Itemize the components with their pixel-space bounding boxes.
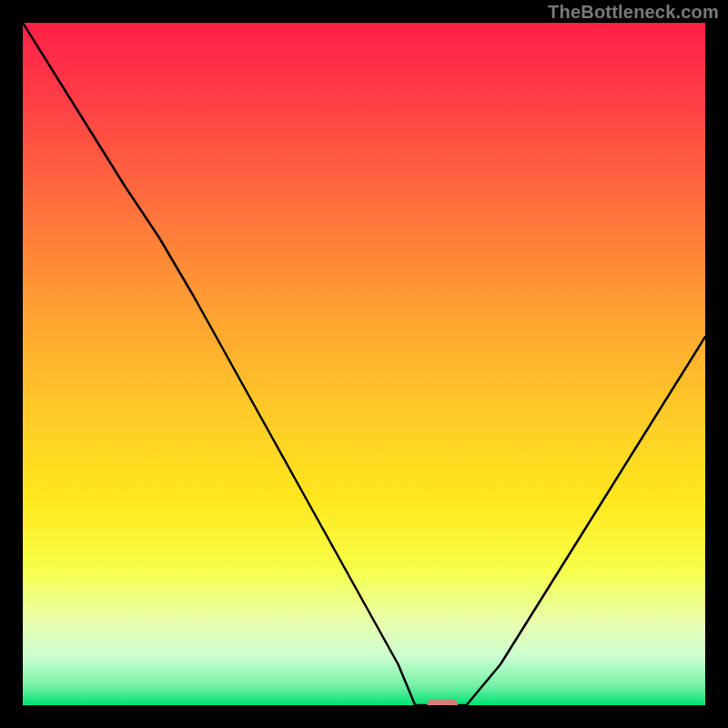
bottleneck-plot-svg <box>23 23 705 705</box>
chart-container: TheBottleneck.com <box>0 0 728 728</box>
watermark-text: TheBottleneck.com <box>548 2 719 23</box>
optimal-marker <box>427 699 458 705</box>
bottleneck-plot <box>23 23 705 705</box>
